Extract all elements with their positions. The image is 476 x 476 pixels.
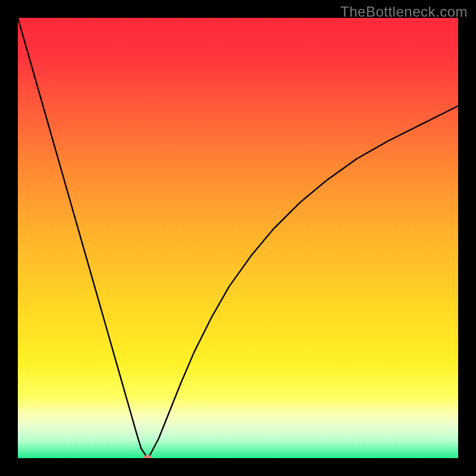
plot-svg [18, 18, 458, 458]
gradient-background [18, 18, 458, 458]
plot-area [18, 18, 458, 458]
chart-frame: TheBottleneck.com [0, 0, 476, 476]
